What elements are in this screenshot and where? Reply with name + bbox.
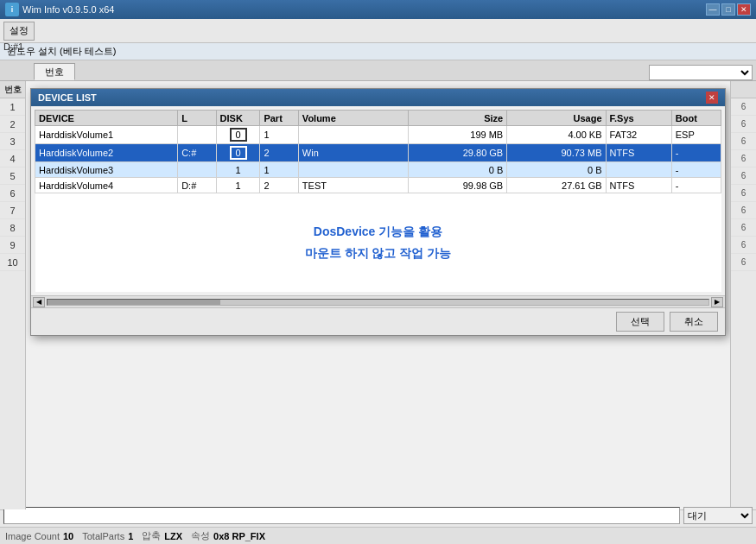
content-wrapper: 번호 1 2 3 4 5 6 7 8 9 10 DEVICE LIST ✕ <box>0 81 756 544</box>
settings-button[interactable]: 설정 <box>3 22 35 41</box>
total-parts-value: 1 <box>128 531 133 541</box>
subtitle-bar: 윈도우 설치 (베타 테스트) <box>0 43 756 60</box>
num-item-10: 10 <box>0 254 25 271</box>
tab-bar: D:#1 번호 <box>0 60 756 81</box>
cell-l <box>178 126 216 144</box>
horizontal-scrollbar[interactable]: ◀ ▶ <box>31 295 725 307</box>
dialog-content: DEVICE L DISK Part Volume Size Usage F.S… <box>31 106 725 295</box>
num-item-8: 8 <box>0 219 25 237</box>
title-controls: — □ ✕ <box>706 3 751 16</box>
device-list-dialog: DEVICE LIST ✕ DEVICE L DISK Part Volume <box>30 88 726 336</box>
cell-device: HarddiskVolume1 <box>35 126 178 144</box>
scroll-thumb[interactable] <box>48 300 220 305</box>
table-header-row: DEVICE L DISK Part Volume Size Usage F.S… <box>35 111 721 126</box>
table-row[interactable]: HarddiskVolume3 1 1 0 B 0 B - <box>35 162 721 178</box>
num-item-3: 3 <box>0 133 25 150</box>
num-item-6: 6 <box>0 185 25 202</box>
table-row[interactable]: HarddiskVolume2 C:# 0 2 Win 29.80 GB 90.… <box>35 144 721 162</box>
cell-size: 0 B <box>408 162 506 178</box>
app-icon: i <box>5 3 19 16</box>
cell-boot: - <box>671 162 721 178</box>
cell-size: 29.80 GB <box>408 144 506 162</box>
table-row-empty: DosDevice 기능을 활용 마운트 하지 않고 작업 가능 <box>35 193 721 293</box>
attribute-item: 속성 0x8 RP_FIX <box>191 529 265 542</box>
close-button[interactable]: ✕ <box>737 3 751 16</box>
image-count-item: Image Count 10 <box>5 531 73 541</box>
col-part: Part <box>260 111 298 126</box>
title-bar: i Wim Info v0.9.5.0 x64 — □ ✕ <box>0 0 756 19</box>
cell-fsys: NTFS <box>606 178 671 193</box>
col-size: Size <box>408 111 506 126</box>
cell-fsys: NTFS <box>606 144 671 162</box>
num-header: 번호 <box>0 81 25 98</box>
num-item-2: 2 <box>0 116 25 133</box>
cell-volume <box>298 162 408 178</box>
cell-fsys <box>606 162 671 178</box>
maximize-button[interactable]: □ <box>721 3 735 16</box>
cell-device: HarddiskVolume2 <box>35 144 178 162</box>
cell-part: 1 <box>260 126 298 144</box>
cell-boot: ESP <box>671 126 721 144</box>
cell-usage: 27.61 GB <box>507 178 606 193</box>
cancel-button[interactable]: 취소 <box>670 312 718 332</box>
app-title: Wim Info v0.9.5.0 x64 <box>22 4 114 15</box>
dialog-title-bar: DEVICE LIST ✕ <box>31 89 725 106</box>
info-line2: 마운트 하지 않고 작업 가능 <box>56 243 701 264</box>
cell-part: 2 <box>260 178 298 193</box>
compression-value: LZX <box>164 531 182 541</box>
info-line1: DosDevice 기능을 활용 <box>56 221 701 243</box>
main-content: DEVICE LIST ✕ DEVICE L DISK Part Volume <box>26 81 730 509</box>
num-item-1: 1 <box>0 98 25 116</box>
left-numbers: 번호 1 2 3 4 5 6 7 8 9 10 <box>0 81 26 509</box>
cell-disk: 1 <box>216 162 260 178</box>
cell-disk: 1 <box>216 178 260 193</box>
num-item-7: 7 <box>0 202 25 219</box>
select-button[interactable]: 선택 <box>616 312 664 332</box>
cell-usage: 0 B <box>507 162 606 178</box>
compression-label: 압축 <box>142 529 161 542</box>
col-l: L <box>178 111 216 126</box>
bottom-input-row: 대기 <box>3 507 753 524</box>
num-item-9: 9 <box>0 237 25 254</box>
num-item-4: 4 <box>0 150 25 168</box>
image-count-label: Image Count <box>5 531 60 541</box>
dialog-close-button[interactable]: ✕ <box>706 92 718 104</box>
cell-l: D:# <box>178 178 216 193</box>
total-parts-item: TotalParts 1 <box>82 531 133 541</box>
attribute-label: 속성 <box>191 529 210 542</box>
drive-label: D:#1 <box>3 41 23 52</box>
wait-dropdown[interactable]: 대기 <box>683 507 753 524</box>
col-boot: Boot <box>671 111 721 126</box>
col-fsys: F.Sys <box>606 111 671 126</box>
tab-number[interactable]: 번호 <box>34 63 75 80</box>
scroll-left-button[interactable]: ◀ <box>33 297 45 307</box>
minimize-button[interactable]: — <box>706 3 720 16</box>
cell-part: 2 <box>260 144 298 162</box>
cell-l: C:# <box>178 144 216 162</box>
cell-volume: Win <box>298 144 408 162</box>
cell-boot: - <box>671 178 721 193</box>
cell-l <box>178 162 216 178</box>
cell-device: HarddiskVolume4 <box>35 178 178 193</box>
col-volume: Volume <box>298 111 408 126</box>
table-row[interactable]: HarddiskVolume4 D:# 1 2 TEST 99.98 GB 27… <box>35 178 721 193</box>
total-parts-label: TotalParts <box>82 531 124 541</box>
cell-fsys: FAT32 <box>606 126 671 144</box>
compression-item: 압축 LZX <box>142 529 182 542</box>
main-input-field[interactable] <box>3 507 680 524</box>
scroll-right-button[interactable]: ▶ <box>711 297 723 307</box>
toolbar: 설정 <box>0 19 756 43</box>
dialog-buttons: 선택 취소 <box>31 307 725 335</box>
cell-boot: - <box>671 144 721 162</box>
right-numbers: 6 6 6 6 6 6 6 6 6 6 <box>730 81 756 509</box>
image-dropdown[interactable] <box>649 65 753 80</box>
scroll-track[interactable] <box>47 299 709 306</box>
image-count-value: 10 <box>63 531 73 541</box>
cell-disk: 0 <box>216 126 260 144</box>
title-bar-left: i Wim Info v0.9.5.0 x64 <box>5 3 114 16</box>
col-device: DEVICE <box>35 111 178 126</box>
status-bar: Image Count 10 TotalParts 1 압축 LZX 속성 0x… <box>0 527 756 544</box>
device-table: DEVICE L DISK Part Volume Size Usage F.S… <box>35 110 721 292</box>
cell-size: 99.98 GB <box>408 178 506 193</box>
table-row[interactable]: HarddiskVolume1 0 1 199 MB 4.00 KB FAT32… <box>35 126 721 144</box>
